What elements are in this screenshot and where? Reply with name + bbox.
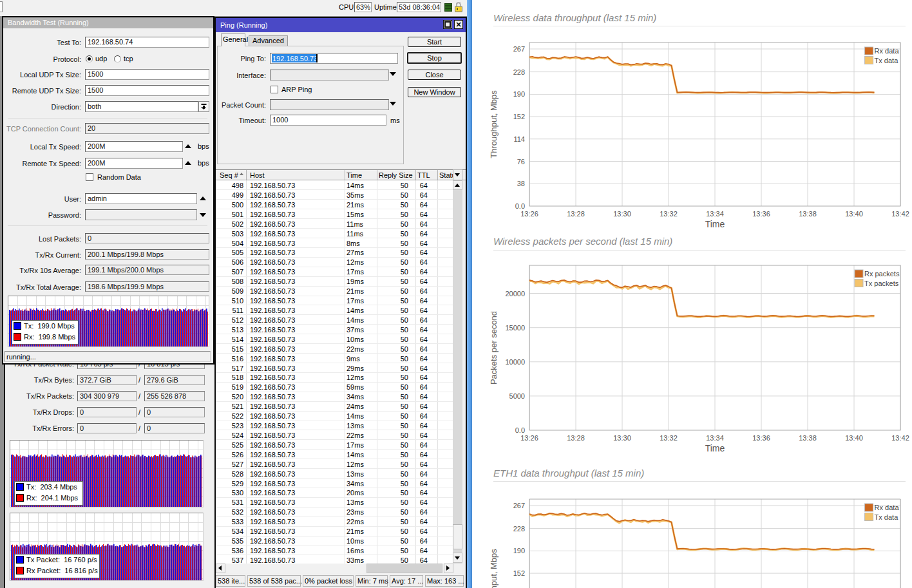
svg-text:Time: Time: [705, 219, 725, 229]
svg-text:Tx packets: Tx packets: [864, 280, 899, 287]
svg-text:Throughput, Mbps: Throughput, Mbps: [489, 90, 499, 158]
svg-text:13:42: 13:42: [891, 210, 909, 218]
svg-text:13:28: 13:28: [567, 210, 585, 218]
svg-text:38: 38: [517, 180, 525, 187]
svg-text:Rx data: Rx data: [875, 47, 900, 55]
svg-text:13:36: 13:36: [752, 210, 770, 218]
svg-text:13:26: 13:26: [520, 210, 538, 218]
svg-text:13:40: 13:40: [845, 210, 863, 218]
svg-text:Rx data: Rx data: [875, 504, 900, 511]
svg-text:13:42: 13:42: [891, 434, 909, 442]
svg-text:13:30: 13:30: [613, 434, 631, 442]
svg-text:5000: 5000: [509, 392, 525, 400]
svg-text:267: 267: [513, 45, 525, 53]
svg-text:228: 228: [513, 68, 525, 76]
svg-text:Tx data: Tx data: [875, 57, 899, 64]
svg-text:190: 190: [513, 547, 525, 555]
svg-text:13:40: 13:40: [845, 434, 863, 442]
svg-text:152: 152: [513, 113, 525, 120]
svg-text:190: 190: [513, 90, 525, 98]
svg-text:Tx data: Tx data: [875, 513, 899, 521]
svg-text:Rx packets: Rx packets: [864, 270, 900, 278]
svg-text:13:38: 13:38: [799, 210, 817, 218]
svg-text:114: 114: [513, 135, 525, 143]
svg-text:Time: Time: [705, 443, 725, 453]
svg-text:13:34: 13:34: [706, 434, 724, 442]
svg-text:Packets per second: Packets per second: [489, 311, 499, 384]
svg-text:13:28: 13:28: [567, 434, 585, 442]
svg-text:Throughput, Mbps: Throughput, Mbps: [489, 549, 499, 588]
svg-text:20000: 20000: [505, 290, 525, 298]
svg-text:13:32: 13:32: [660, 434, 678, 442]
svg-text:13:32: 13:32: [660, 210, 678, 218]
svg-text:13:26: 13:26: [520, 434, 538, 442]
svg-text:152: 152: [513, 569, 525, 577]
svg-text:0.0: 0.0: [515, 426, 525, 434]
svg-text:13:30: 13:30: [613, 210, 631, 218]
svg-text:267: 267: [513, 502, 525, 509]
svg-text:76: 76: [517, 158, 525, 166]
svg-text:10000: 10000: [505, 358, 525, 366]
svg-text:15000: 15000: [505, 324, 525, 332]
svg-text:13:36: 13:36: [752, 434, 770, 442]
svg-text:228: 228: [513, 525, 525, 533]
svg-text:0.0: 0.0: [515, 202, 525, 210]
svg-text:13:38: 13:38: [799, 434, 817, 442]
svg-text:13:34: 13:34: [706, 210, 724, 218]
